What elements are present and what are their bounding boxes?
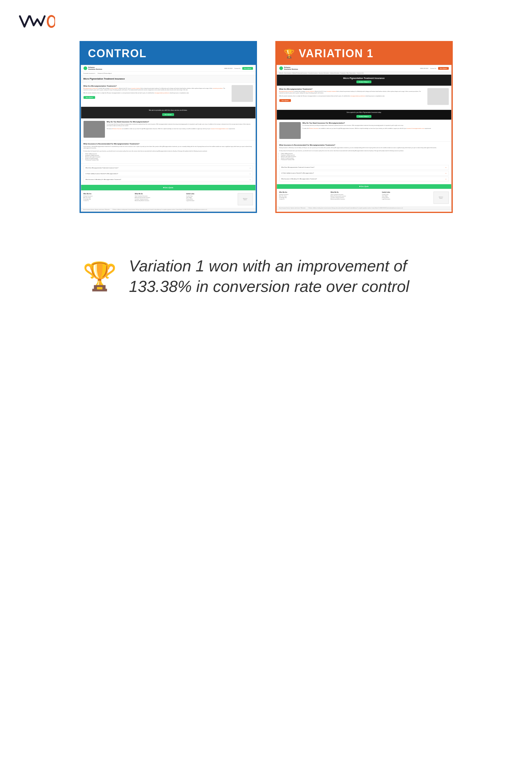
control-footer-bottom: Avocet Insurance Services. Operator unde…: [81, 208, 255, 211]
control-footer-link[interactable]: Client FAQs: [186, 197, 236, 198]
control-cta-btn[interactable]: Get a Quote: [162, 113, 174, 116]
variation-insurance-section: What Insurance Is Recommended For Microp…: [277, 141, 451, 163]
variation-quote-btn-area: Get a Quote: [279, 98, 426, 102]
panels-container: CONTROL EnhanceInsurance Services 0808 2…: [18, 41, 514, 213]
variation-nav-cta[interactable]: Get a Quote: [438, 67, 449, 70]
variation-footer-col1-title: Who We Are: [279, 192, 329, 193]
variation-footer-link[interactable]: Cookie Policy: [382, 194, 432, 195]
control-faq-icon-2: +: [250, 173, 251, 175]
control-faq-q2: Is Public Liability Insurance Needed For…: [86, 173, 118, 174]
control-why-section: Why Do You Need Insurance For Micropigme…: [81, 118, 255, 140]
variation-logo-circle: [279, 66, 283, 70]
variation-phone: 0808 239 3322: [420, 68, 428, 69]
variation-footer-link[interactable]: Privacy Notice: [382, 197, 432, 198]
variation-nav-links: 0808 239 3322 Contact Us Get a Quote: [420, 67, 448, 70]
variation-faq: What Does Micropigmentation Treatment's …: [277, 163, 451, 184]
variation-what-link2: cosmetic treatment: [305, 91, 314, 92]
control-insurance-title: What Insurance Is Recommended For Microp…: [84, 143, 253, 145]
control-faq-icon-3: +: [250, 179, 251, 181]
variation-faq-item-2[interactable]: Is Public Liability Insurance Needed For…: [279, 171, 449, 176]
variation-panel: 🏆 VARIATION 1 EnhanceInsurance Services …: [275, 41, 453, 213]
control-logo: EnhanceInsurance Services: [84, 66, 102, 70]
control-footer-link[interactable]: Cosmetic Training Insurance: [135, 199, 184, 200]
control-faq-item-2[interactable]: Is Public Liability Insurance Needed For…: [84, 171, 253, 176]
variation-footer-link[interactable]: Knowledge Hub: [279, 197, 329, 198]
control-what-section: What Are Micropigmentation Treatments? M…: [81, 83, 255, 107]
control-footer-col3: Useful Links Cookie Policy Client FAQs P…: [186, 193, 236, 205]
variation-footer: Who We Are Enhance Insurance Meet The Te…: [277, 189, 451, 206]
variation-footer-link[interactable]: Client FAQs: [382, 196, 432, 197]
variation-what-section: What Are Micropigmentation Treatments? M…: [277, 86, 451, 110]
variation-what-inner: What Are Micropigmentation Treatments? M…: [279, 88, 449, 105]
control-what-body: Micropigmentation treatments is another …: [84, 88, 230, 94]
variation-mockup: EnhanceInsurance Services 0808 239 3322 …: [277, 65, 452, 210]
control-quote-btn[interactable]: Get a Quote: [84, 96, 95, 99]
control-page-title-area: Micro Pigmentation Treatment Insurance: [81, 75, 255, 83]
variation-label: 🏆 VARIATION 1: [277, 42, 452, 65]
variation-faq-item-3[interactable]: What Insurance Is Mandatory For Micropig…: [279, 177, 449, 181]
control-footer-link[interactable]: Medical Professionals Insurance: [135, 197, 184, 198]
control-footer-link[interactable]: Privacy Notice: [186, 199, 236, 200]
variation-logo-text: EnhanceInsurance Services: [284, 66, 298, 70]
control-faq-icon-1: +: [250, 167, 251, 169]
variation-what-link3: innovative treatment: [327, 91, 337, 92]
control-footer-col2-title: What We Do: [135, 193, 184, 195]
control-what-link3: innovative treatment: [131, 88, 141, 89]
variation-contact: Contact Us: [430, 68, 436, 69]
variation-cta-text: Get a quote for your Micro Pigmentation …: [279, 112, 449, 113]
vwo-logo: [18, 12, 55, 31]
control-what-link2: cosmetic treatment: [110, 88, 119, 89]
control-why-image: [84, 121, 105, 138]
variation-footer-link[interactable]: Meet The Team: [279, 196, 329, 197]
control-green-cta-text: ✱ Get a Quote: [163, 187, 173, 188]
control-nav-cta[interactable]: Get a Quote: [242, 67, 253, 70]
control-footer-link[interactable]: Clinic Combined Insurance: [135, 196, 184, 197]
variation-why-section: Why Do You Need Insurance For Micropigme…: [277, 120, 451, 141]
variation-faq-item-1[interactable]: What Does Micropigmentation Treatment's …: [279, 165, 449, 170]
control-footer-link[interactable]: Meet The Team: [84, 197, 133, 198]
variation-footer-col2: What We Do Clinic Combined Insurance Med…: [331, 192, 380, 204]
control-footer-col1: Who We Are Enhance Insurance Meet The Te…: [84, 193, 133, 205]
variation-footer-link[interactable]: Clinic Combined Insurance: [331, 194, 380, 195]
variation-footer-link[interactable]: Contact Us: [279, 199, 329, 200]
control-why-link2: insurance & micropigmentation cover: [211, 128, 229, 129]
list-item: Public Liability Insurance: [281, 153, 449, 154]
variation-footer-link[interactable]: Legal Information: [382, 199, 432, 200]
control-faq-item-3[interactable]: What Insurance Is Mandatory For Micropig…: [84, 177, 253, 182]
control-insurance-section: What Insurance Is Recommended For Microp…: [81, 140, 255, 163]
list-item: Employers Liability Insurance: [281, 155, 449, 156]
control-footer-link[interactable]: Cookie Policy: [186, 196, 236, 197]
variation-hero: Micro Pigmentation Treatment Insurance C…: [277, 75, 451, 86]
variation-insurance-title: What Insurance Is Recommended For Microp…: [279, 144, 449, 146]
control-contact: Contact Us: [234, 68, 240, 69]
control-faq: What Does Micropigmentation Treatments I…: [81, 163, 255, 185]
variation-cta-btn[interactable]: Contact Today ►: [356, 115, 371, 118]
control-cta-text: We aim to provide you with first class s…: [84, 109, 253, 111]
list-item: Professional Treatment Risk: [281, 159, 449, 160]
variation-faq-q1: What Does Micropigmentation Treatment's …: [281, 166, 314, 168]
control-footer-link[interactable]: Membership Bodies Insurance: [135, 200, 184, 201]
control-subnav: Cosmetic Insurance ▾ Ventures & Partners…: [81, 72, 255, 75]
variation-footer-link[interactable]: Cosmetic Training Insurance: [331, 197, 380, 198]
control-footer-link[interactable]: Contact Us: [84, 200, 133, 201]
control-footer-link[interactable]: Legal Information: [186, 200, 236, 201]
variation-quote-btn[interactable]: Get a Quote: [279, 99, 291, 102]
variation-footer-legal2: © Enhance - Address to trading state of …: [308, 207, 403, 209]
winner-section: 🏆 Variation 1 won with an improvement of…: [52, 237, 480, 315]
control-footer-link[interactable]: Enhance Insurance: [84, 196, 133, 197]
control-footer-link[interactable]: Knowledge Hub: [84, 199, 133, 200]
control-green-cta[interactable]: ✱ Get a Quote: [81, 185, 255, 190]
variation-faq-icon-2: +: [445, 172, 447, 174]
control-quote-btn-area: Get a Quote: [84, 95, 230, 99]
list-item: Employers Liability Insurance: [85, 155, 253, 156]
variation-hero-btn[interactable]: Contact Today ►: [356, 80, 371, 83]
control-faq-item-1[interactable]: What Does Micropigmentation Treatments I…: [84, 166, 253, 170]
list-item: Public Liability Insurance: [85, 153, 253, 155]
variation-footer-link[interactable]: Membership Bodies Insurance: [331, 199, 380, 200]
control-what-link4: cosmetic procedures: [213, 88, 222, 89]
variation-green-cta[interactable]: ✱ Get a Quote: [277, 184, 451, 189]
variation-footer-link[interactable]: Medical Professionals Insurance: [331, 196, 380, 197]
variation-footer-link[interactable]: Enhance Insurance: [279, 194, 329, 195]
control-what-link5: micropigmentation practitioners: [154, 92, 169, 94]
variation-footer-award: AestheticsAwards: [433, 192, 449, 204]
